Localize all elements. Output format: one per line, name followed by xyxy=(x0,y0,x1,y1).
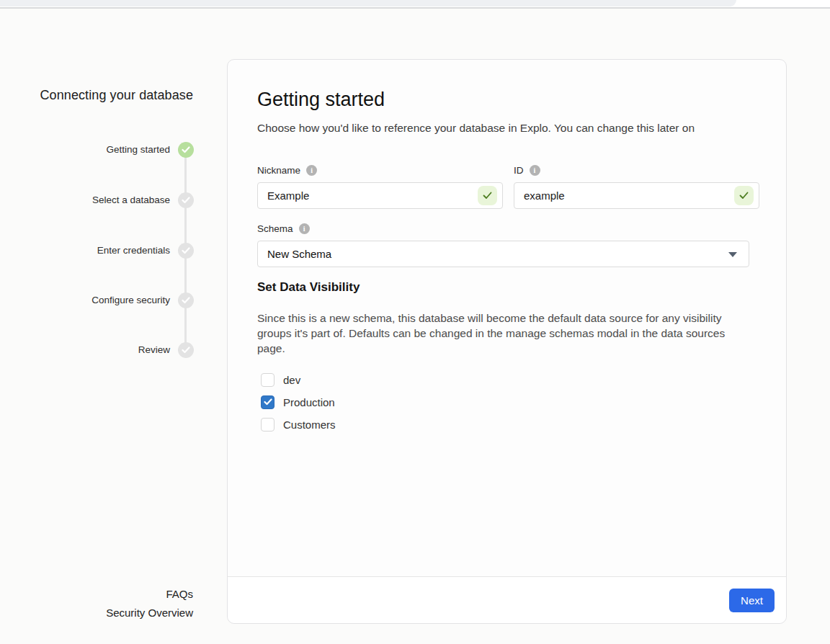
visibility-group-dev: dev xyxy=(261,372,300,387)
info-icon[interactable]: i xyxy=(530,165,540,176)
checkbox-label: Production xyxy=(283,396,335,408)
page-subtitle: Choose how you'd like to reference your … xyxy=(257,122,769,135)
id-input[interactable] xyxy=(514,182,759,209)
id-label-text: ID xyxy=(514,165,524,176)
data-visibility-description: Since this is a new schema, this databas… xyxy=(257,310,754,356)
step-label: Enter credentials xyxy=(12,245,170,256)
card-body: Getting started Choose how you'd like to… xyxy=(228,60,786,577)
nickname-label: Nickname i xyxy=(257,165,317,176)
step-label: Select a database xyxy=(12,194,170,205)
step-enter-credentials[interactable]: Enter credentials xyxy=(0,242,202,259)
step-check-icon xyxy=(178,243,194,259)
visibility-group-customers: Customers xyxy=(261,417,336,431)
id-label: ID i xyxy=(514,165,540,176)
wizard-title: Connecting your database xyxy=(0,86,193,104)
checkbox-label: dev xyxy=(283,374,300,386)
valid-check-icon xyxy=(478,186,497,205)
visibility-group-production: Production xyxy=(261,395,335,409)
sidebar-links: FAQs Security Overview xyxy=(0,585,193,622)
nickname-input[interactable] xyxy=(257,182,503,209)
production-checkbox[interactable] xyxy=(261,395,275,409)
dev-checkbox[interactable] xyxy=(261,373,275,387)
step-label: Getting started xyxy=(12,144,170,155)
page-title: Getting started xyxy=(257,89,385,111)
step-getting-started[interactable]: Getting started xyxy=(0,141,202,158)
browser-omnibox-edge xyxy=(0,0,736,6)
browser-content-divider xyxy=(0,7,830,9)
valid-check-icon xyxy=(734,186,754,205)
step-check-icon xyxy=(178,192,194,208)
schema-label: Schema i xyxy=(257,223,310,234)
data-visibility-heading: Set Data Visibility xyxy=(257,280,360,295)
chevron-down-icon xyxy=(728,252,737,257)
browser-chrome-strip xyxy=(0,0,830,7)
step-check-icon xyxy=(178,342,194,358)
checkbox-label: Customers xyxy=(283,419,336,431)
wizard-card: Getting started Choose how you'd like to… xyxy=(227,59,787,624)
schema-selected-value: New Schema xyxy=(267,248,331,260)
info-icon[interactable]: i xyxy=(306,165,317,176)
schema-label-text: Schema xyxy=(257,223,293,234)
step-check-icon xyxy=(178,292,194,308)
customers-checkbox[interactable] xyxy=(261,418,275,431)
card-footer: Next xyxy=(228,576,786,623)
step-label: Configure security xyxy=(12,295,170,305)
next-button[interactable]: Next xyxy=(729,589,775,612)
faqs-link[interactable]: FAQs xyxy=(0,585,193,604)
info-icon[interactable]: i xyxy=(299,223,310,234)
step-select-database[interactable]: Select a database xyxy=(0,192,202,209)
step-configure-security[interactable]: Configure security xyxy=(0,292,202,309)
step-review[interactable]: Review xyxy=(0,341,202,359)
step-check-icon xyxy=(178,142,194,158)
nickname-label-text: Nickname xyxy=(257,165,300,176)
schema-select[interactable]: New Schema xyxy=(257,241,749,267)
security-overview-link[interactable]: Security Overview xyxy=(0,604,193,622)
step-label: Review xyxy=(12,344,170,355)
